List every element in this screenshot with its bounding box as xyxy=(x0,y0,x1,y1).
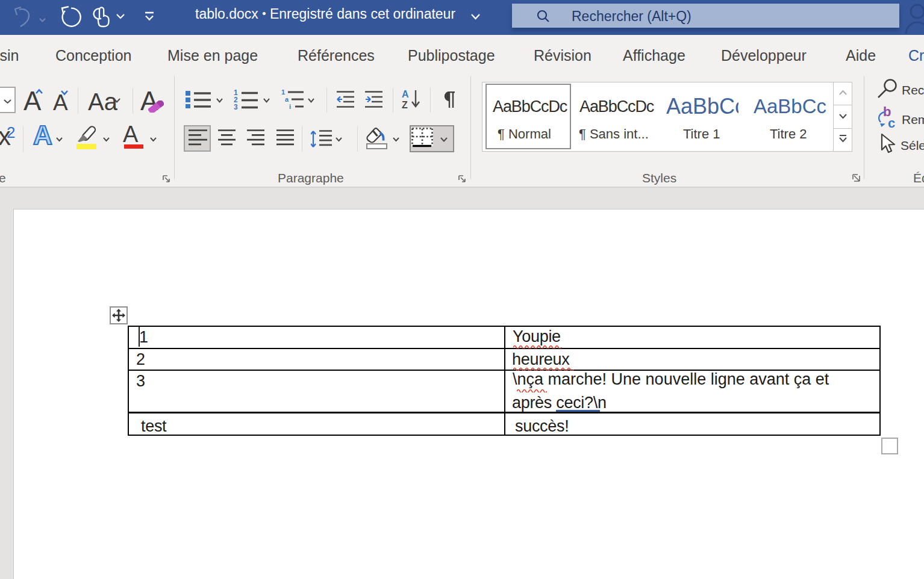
svg-text:Z: Z xyxy=(402,100,408,110)
svg-text:c: c xyxy=(888,116,895,130)
svg-text:3: 3 xyxy=(234,103,238,111)
svg-text:1: 1 xyxy=(281,89,285,96)
svg-text:i: i xyxy=(289,103,291,110)
svg-text:A: A xyxy=(402,90,409,99)
svg-text:a: a xyxy=(285,96,289,103)
